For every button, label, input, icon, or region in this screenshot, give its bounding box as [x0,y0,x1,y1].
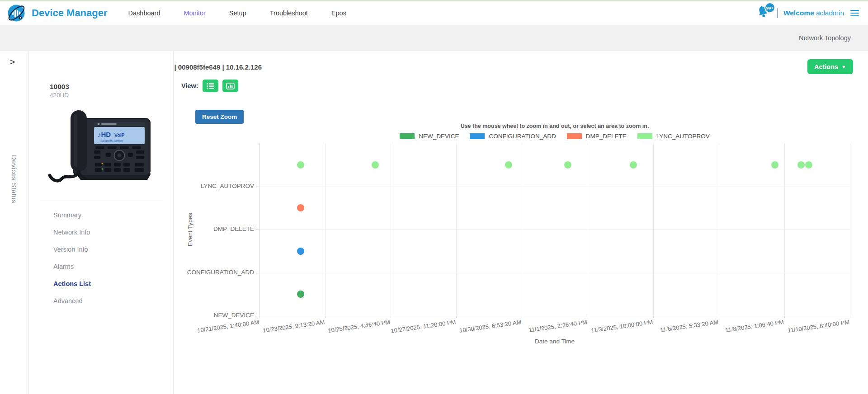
menu-item-alarms[interactable]: Alarms [29,258,173,275]
svg-text:VoIP: VoIP [114,132,125,138]
x-axis-title: Date and Time [259,338,850,345]
data-point-lync_autoprov[interactable] [805,161,812,169]
gridline-horizontal [259,187,850,187]
nav-item-setup[interactable]: Setup [229,9,246,17]
y-axis-tick [256,273,259,273]
legend-item-configuration_add[interactable]: CONFIGURATION_ADD [470,133,556,140]
breadcrumb: Network Topology [799,34,851,42]
data-point-lync_autoprov[interactable] [797,161,805,169]
x-tick-label: 11/6/2025, 5:33:20 AM [660,319,719,333]
actions-button-label: Actions [814,63,838,70]
y-axis-line [259,143,260,316]
menu-item-actions-list[interactable]: Actions List [29,275,173,292]
view-label: View: [181,82,198,89]
hamburger-menu-button[interactable] [849,8,860,19]
legend-item-lync_autoprov[interactable]: LYNC_AUTOPROV [637,133,710,140]
username: acladmin [816,9,844,17]
data-point-lync_autoprov[interactable] [771,161,778,169]
sidebar-vertical-label[interactable]: Devices Status [10,155,18,203]
main-nav: DashboardMonitorSetupTroubleshootEpos [128,9,346,17]
menu-item-summary[interactable]: Summary [29,206,173,224]
app-logo-icon [6,3,27,23]
svg-text:♪HD: ♪HD [98,131,111,138]
data-point-lync_autoprov[interactable] [297,161,304,169]
legend-swatch [470,133,485,139]
legend-label: DMP_DELETE [586,133,627,140]
header-separator [777,8,778,18]
gridline-horizontal [259,316,850,316]
x-tick-label: 10/25/2025, 4:46:40 PM [328,319,391,334]
legend-swatch [637,133,652,139]
gridline-horizontal [259,273,850,273]
legend-item-new_device[interactable]: NEW_DEVICE [400,133,459,140]
x-tick-label: 11/1/2025, 2:26:40 PM [528,319,587,333]
top-navbar: Device Manager DashboardMonitorSetupTrou… [0,1,868,25]
x-tick-label: 10/23/2025, 9:13:20 AM [262,319,325,334]
phone-image: ♪HD VoIP Sounds Better [44,105,158,185]
data-point-lync_autoprov[interactable] [372,161,379,169]
chart-legend: NEW_DEVICECONFIGURATION_ADDDMP_DELETELYN… [259,133,850,140]
y-axis-tick [256,187,259,187]
view-list-button[interactable] [203,80,218,92]
data-point-lync_autoprov[interactable] [564,161,571,169]
actions-dropdown-button[interactable]: Actions ▼ [807,59,853,74]
nav-item-epos[interactable]: Epos [331,9,346,17]
device-section-menu: SummaryNetwork InfoVersion InfoAlarmsAct… [29,206,173,310]
device-model: 420HD [50,92,173,98]
x-tick-label: 10/30/2025, 6:53:20 AM [459,319,522,334]
y-tick-label: LYNC_AUTOPROV [201,183,254,189]
legend-label: NEW_DEVICE [419,133,459,140]
notifications-count-badge[interactable]: 99+ [764,2,775,13]
app-screen: Device Manager DashboardMonitorSetupTrou… [0,0,868,394]
reset-zoom-button[interactable]: Reset Zoom [195,110,244,124]
legend-label: CONFIGURATION_ADD [489,133,556,140]
list-view-icon [207,83,214,89]
x-tick-label: 10/21/2025, 1:40:00 AM [197,319,259,334]
menu-item-advanced[interactable]: Advanced [29,292,173,310]
view-chart-button[interactable] [222,80,238,92]
expand-sidebar-chevron-icon[interactable]: > [9,56,15,67]
legend-swatch [400,133,415,139]
device-photo: ♪HD VoIP Sounds Better [44,105,158,187]
x-axis-tick [850,316,850,318]
y-tick-label: DMP_DELETE [213,225,254,232]
bar-chart-view-icon [226,83,235,89]
device-mac-ip: | 00908f5fe649 | 10.16.2.126 [174,63,262,71]
data-point-lync_autoprov[interactable] [505,161,512,169]
y-tick-label: CONFIGURATION_ADD [187,269,254,276]
navbar-right: 99+ Welcome acladmin [756,5,862,21]
zoom-hint-text: Use the mouse wheel to zoom in and out, … [259,123,850,129]
menu-item-network-info[interactable]: Network Info [29,224,173,241]
device-info-panel: 10003 420HD ♪HD VoIP Sounds Better [29,51,174,394]
menu-item-version-info[interactable]: Version Info [29,241,173,258]
legend-swatch [567,133,582,139]
device-id: 10003 [50,83,173,91]
y-axis-title: Event Types [187,213,193,246]
caret-down-icon: ▼ [841,64,846,70]
legend-label: LYNC_AUTOPROV [656,133,710,140]
svg-text:Sounds Better: Sounds Better [100,139,123,143]
breadcrumb-bar: Network Topology [0,25,868,51]
panel-divider [40,201,162,201]
legend-item-dmp_delete[interactable]: DMP_DELETE [567,133,627,140]
gridline-horizontal [259,230,850,230]
nav-item-dashboard[interactable]: Dashboard [128,9,160,17]
x-tick-label: 11/8/2025, 1:06:40 PM [725,319,784,333]
notifications-bell-button[interactable]: 99+ [756,5,772,21]
data-point-dmp_delete[interactable] [297,204,304,211]
data-point-lync_autoprov[interactable] [630,161,637,169]
app-title: Device Manager [32,7,108,19]
welcome-label: Welcome [783,9,814,17]
welcome-user[interactable]: Welcome acladmin [783,9,844,17]
y-tick-label: NEW_DEVICE [214,312,254,319]
nav-item-troubleshoot[interactable]: Troubleshoot [270,9,308,17]
x-tick-label: 11/10/2025, 8:40:00 PM [788,319,850,334]
nav-item-monitor[interactable]: Monitor [184,9,205,17]
gridline-vertical [850,143,850,316]
data-point-new_device[interactable] [297,291,304,298]
data-point-configuration_add[interactable] [297,248,304,255]
y-axis-tick [256,316,259,316]
x-tick-label: 11/3/2025, 10:00:00 PM [590,319,653,334]
y-axis-tick [256,230,259,230]
x-tick-label: 10/27/2025, 11:20:00 PM [391,319,457,334]
